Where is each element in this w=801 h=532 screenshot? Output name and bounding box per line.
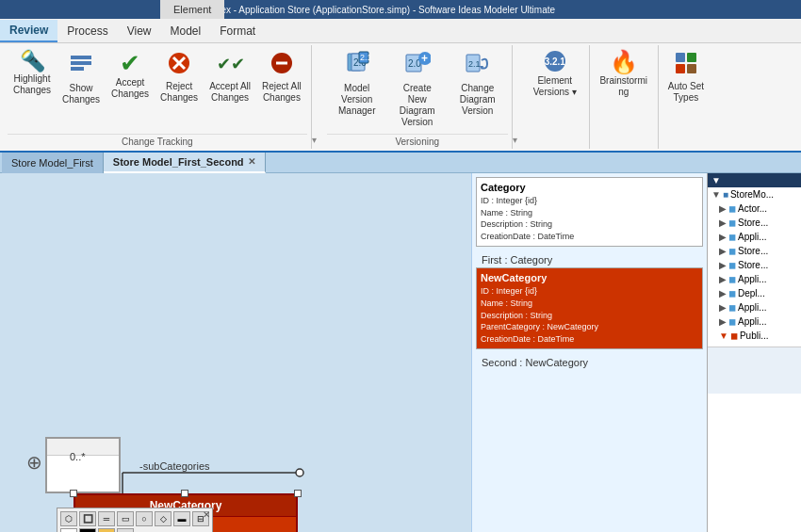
reject-icon bbox=[167, 51, 191, 79]
svg-rect-1 bbox=[71, 61, 91, 65]
element-versions-button[interactable]: 3.2.1 ElementVersions ▾ bbox=[528, 47, 582, 102]
float-toolbar: ✕ ⬡ 🔲 ═ ▭ ○ ◇ ▬ ⊟ ≡ bbox=[57, 508, 213, 532]
versioning-expand[interactable]: ▾ bbox=[513, 135, 524, 149]
handle-tc bbox=[181, 490, 188, 497]
reject-changes-button[interactable]: RejectChanges bbox=[155, 47, 204, 107]
category-box-small bbox=[45, 437, 121, 493]
right-panel: Category ID : Integer {id} Name : String… bbox=[471, 173, 707, 532]
tree-item-publi[interactable]: ▼ ◼ Publi... bbox=[708, 329, 801, 343]
swatch-black[interactable] bbox=[79, 528, 96, 532]
sub-categories-label: -subCategories bbox=[139, 460, 210, 472]
move-cursor-icon: ⊕ bbox=[26, 451, 42, 474]
swatch-white[interactable] bbox=[60, 528, 77, 532]
auto-set-types-button[interactable]: Auto SetTypes bbox=[662, 47, 710, 107]
tab-bar: Store Model_First Store Model_First_Seco… bbox=[0, 153, 801, 173]
tree-bottom-row2 bbox=[708, 375, 801, 394]
swatch-yellow[interactable] bbox=[98, 528, 115, 532]
main-area: ⊕ 0..* 0..1 -subCategories rentCategory … bbox=[0, 173, 801, 532]
brainstorming-button[interactable]: 🔥 Brainstorming bbox=[594, 47, 654, 102]
change-diagram-version-button[interactable]: 2.1 Change DiagramVersion bbox=[448, 47, 508, 121]
preview-title-second: NewCategory bbox=[481, 272, 698, 283]
menu-review[interactable]: Review bbox=[0, 20, 57, 42]
svg-rect-24 bbox=[687, 64, 696, 73]
preview-text-first: ID : Integer {id} Name : String Descript… bbox=[481, 195, 698, 242]
show-changes-button[interactable]: ShowChanges bbox=[57, 47, 106, 109]
multiplicity-upper: 0..* bbox=[70, 451, 86, 462]
tree-item-store3[interactable]: ▶ ◼ Store... bbox=[708, 258, 801, 272]
reject-all-changes-button[interactable]: Reject AllChanges bbox=[256, 47, 307, 107]
svg-text:2.1: 2.1 bbox=[468, 59, 481, 69]
tree-item-appli2[interactable]: ▶ ◼ Appli... bbox=[708, 272, 801, 286]
preview-item-first[interactable]: Category ID : Integer {id} Name : String… bbox=[476, 177, 703, 247]
svg-rect-2 bbox=[71, 67, 84, 71]
first-label: First : Category bbox=[476, 252, 703, 267]
menu-process[interactable]: Process bbox=[57, 21, 117, 41]
handle-tl bbox=[70, 490, 77, 497]
change-tracking-expand[interactable]: ▾ bbox=[312, 135, 323, 149]
tree-item-store2[interactable]: ▶ ◼ Store... bbox=[708, 244, 801, 258]
show-changes-icon bbox=[68, 51, 94, 81]
ribbon-group-versioning: 2.0 2.1 Model VersionManager 2.0 + bbox=[323, 45, 513, 149]
preview-text-second: ID : Integer {id} Name : String Descript… bbox=[481, 285, 698, 345]
ribbon-group-brainstorming: 🔥 Brainstorming bbox=[590, 45, 659, 149]
svg-text:✔✔: ✔✔ bbox=[217, 55, 243, 73]
svg-rect-0 bbox=[71, 56, 91, 59]
ft-btn-3[interactable]: ═ bbox=[98, 511, 115, 526]
canvas[interactable]: ⊕ 0..* 0..1 -subCategories rentCategory … bbox=[0, 173, 471, 532]
accept-all-icon: ✔✔ bbox=[217, 51, 243, 79]
tree-panel: ▼ ▼ ■ StoreMo... ▶ ◼ Actor... ▶ ◼ Store.… bbox=[707, 173, 801, 532]
version-badge: 3.2.1 bbox=[545, 51, 565, 72]
tree-panel-title: ▼ bbox=[708, 173, 801, 187]
ft-btn-7[interactable]: ▬ bbox=[173, 511, 190, 526]
handle-tr bbox=[294, 490, 302, 497]
tree-item-storemodel[interactable]: ▼ ■ StoreMo... bbox=[708, 187, 801, 202]
tree-item-depl[interactable]: ▶ ◼ Depl... bbox=[708, 286, 801, 300]
accept-all-changes-button[interactable]: ✔✔ Accept AllChanges bbox=[204, 47, 256, 107]
ft-btn-1[interactable]: ⬡ bbox=[60, 511, 77, 526]
versioning-label: Versioning bbox=[327, 134, 508, 147]
ft-btn-2[interactable]: 🔲 bbox=[79, 511, 96, 526]
tree-bottom-row1 bbox=[708, 347, 801, 375]
create-diagram-icon: 2.0 + bbox=[404, 51, 431, 81]
svg-rect-21 bbox=[676, 53, 685, 62]
preview-title-first: Category bbox=[481, 182, 698, 193]
element-tab[interactable]: Element bbox=[160, 0, 224, 19]
auto-set-types-icon bbox=[674, 51, 698, 79]
ribbon: 🔦 HighlightChanges ShowChanges ✔ AcceptC… bbox=[0, 43, 801, 153]
highlight-changes-button[interactable]: 🔦 HighlightChanges bbox=[8, 47, 57, 100]
change-tracking-label: Change Tracking bbox=[8, 134, 307, 147]
tree-item-appli4[interactable]: ▶ ◼ Appli... bbox=[708, 314, 801, 329]
tree-item-store1[interactable]: ▶ ◼ Store... bbox=[708, 216, 801, 230]
preview-item-second[interactable]: NewCategory ID : Integer {id} Name : Str… bbox=[476, 267, 703, 349]
second-label: Second : NewCategory bbox=[476, 355, 703, 370]
reject-all-icon bbox=[270, 51, 294, 79]
ft-btn-6[interactable]: ◇ bbox=[155, 511, 172, 526]
menu-view[interactable]: View bbox=[118, 21, 161, 41]
brainstorming-icon: 🔥 bbox=[610, 51, 638, 73]
ribbon-group-auto-set-types: Auto SetTypes bbox=[659, 45, 713, 149]
menu-format[interactable]: Format bbox=[210, 21, 265, 41]
ft-btn-5[interactable]: ○ bbox=[136, 511, 153, 526]
svg-rect-22 bbox=[687, 53, 696, 62]
tree-item-appli1[interactable]: ▶ ◼ Appli... bbox=[708, 230, 801, 244]
svg-text:2.1: 2.1 bbox=[360, 53, 370, 62]
ft-btn-4[interactable]: ▭ bbox=[117, 511, 134, 526]
accept-icon: ✔ bbox=[120, 51, 140, 75]
model-version-icon: 2.0 2.1 bbox=[344, 51, 370, 81]
svg-text:+: + bbox=[421, 52, 428, 65]
ft-btn-lines[interactable]: ≡ bbox=[117, 528, 134, 532]
menu-model[interactable]: Model bbox=[161, 21, 211, 41]
tab-store-model-first[interactable]: Store Model_First bbox=[2, 153, 104, 173]
create-new-diagram-version-button[interactable]: 2.0 + Create NewDiagram Version bbox=[387, 47, 448, 132]
accept-changes-button[interactable]: ✔ AcceptChanges bbox=[106, 47, 155, 104]
svg-rect-23 bbox=[676, 64, 685, 73]
tab-close-button[interactable]: ✕ bbox=[248, 156, 255, 167]
float-toolbar-close[interactable]: ✕ bbox=[203, 509, 210, 520]
svg-point-27 bbox=[296, 469, 303, 476]
ribbon-group-element-versions: 3.2.1 ElementVersions ▾ bbox=[524, 45, 590, 149]
tab-store-model-first-second[interactable]: Store Model_First_Second ✕ bbox=[104, 153, 266, 173]
tree-item-appli3[interactable]: ▶ ◼ Appli... bbox=[708, 300, 801, 314]
menu-bar: Review Process View Model Format bbox=[0, 19, 801, 43]
model-version-manager-button[interactable]: 2.0 2.1 Model VersionManager bbox=[327, 47, 387, 121]
tree-item-actor[interactable]: ▶ ◼ Actor... bbox=[708, 202, 801, 216]
